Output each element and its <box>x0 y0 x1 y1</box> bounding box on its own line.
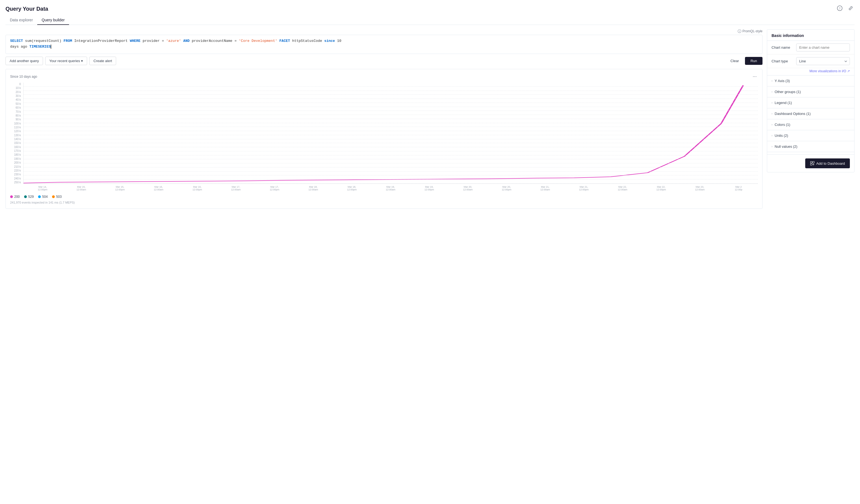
y-label: 80 k <box>10 114 23 117</box>
x-label: Mar 16,12:00pm <box>178 186 217 191</box>
x-label: Mar 18,12:00pm <box>332 186 371 191</box>
colors-header[interactable]: › Colors (1) <box>767 119 854 130</box>
basic-info-header: Basic information <box>767 30 854 41</box>
chevron-right-icon: › <box>772 145 772 148</box>
x-label: Mar 19,12:00am <box>371 186 410 191</box>
chart-container: Since 10 days ago ··· 250 k 240 k 230 k … <box>5 69 762 209</box>
null-values-header[interactable]: › Null values (2) <box>767 141 854 152</box>
chart-area: 250 k 240 k 230 k 220 k 210 k 200 k 190 … <box>10 83 758 192</box>
clear-button[interactable]: Clear <box>727 57 743 65</box>
add-another-query-button[interactable]: Add another query <box>5 57 43 65</box>
x-label: Mar 18,12:00am <box>294 186 332 191</box>
chart-footer: 241,970 events inspected in 141 ms (1.7 … <box>10 201 758 204</box>
x-axis: Mar 14,12:00pm Mar 15,12:00am Mar 15,12:… <box>23 184 758 192</box>
y-label: 230 k <box>10 173 23 176</box>
chart-since-label: Since 10 days ago <box>10 75 37 78</box>
add-to-dashboard-button[interactable]: Add to Dashboard <box>805 159 850 168</box>
svg-point-3 <box>739 30 740 31</box>
legend-label-529: 529 <box>28 195 34 199</box>
colors-label: Colors (1) <box>775 122 790 127</box>
y-label: 190 k <box>10 157 23 160</box>
run-button[interactable]: Run <box>745 57 762 65</box>
legend-section-label: Legend (1) <box>775 101 792 105</box>
chart-name-label: Chart name <box>772 45 793 49</box>
tab-query-builder[interactable]: Query builder <box>37 16 69 25</box>
units-label: Units (2) <box>775 134 788 138</box>
chart-type-select[interactable]: Line Area Bar Billboard Pie Scatter Stac… <box>796 57 850 65</box>
legend-label-200: 200 <box>14 195 20 199</box>
page-title: Query Your Data <box>5 6 48 12</box>
y-axis-header[interactable]: › Y Axis (3) <box>767 75 854 86</box>
y-label: 170 k <box>10 149 23 152</box>
more-vis-text: More visualizations in <box>809 69 842 73</box>
chevron-right-icon: › <box>772 90 772 93</box>
y-label: 90 k <box>10 118 23 121</box>
legend-item-504: 504 <box>38 195 48 199</box>
chart-plot <box>23 83 758 184</box>
other-groups-label: Other groups (1) <box>775 90 801 94</box>
promql-badge[interactable]: PromQL-style <box>737 29 762 33</box>
svg-rect-6 <box>811 164 812 165</box>
add-to-dashboard-label: Add to Dashboard <box>816 161 845 165</box>
y-label: 140 k <box>10 138 23 140</box>
other-groups-header[interactable]: › Other groups (1) <box>767 87 854 97</box>
y-label: 110 k <box>10 126 23 129</box>
x-label: Mar 212:00p <box>719 186 758 191</box>
legend-section: › Legend (1) <box>767 98 854 108</box>
link-icon[interactable] <box>847 4 855 13</box>
x-label: Mar 19,12:00pm <box>410 186 449 191</box>
y-axis-label: Y Axis (3) <box>775 79 790 83</box>
units-section: › Units (2) <box>767 130 854 141</box>
svg-rect-5 <box>813 161 814 163</box>
query-toolbar: Add another query Your recent queries ▾ … <box>5 57 762 65</box>
y-label: 10 k <box>10 87 23 89</box>
units-header[interactable]: › Units (2) <box>767 130 854 141</box>
y-label: 200 k <box>10 161 23 164</box>
legend-dot-504 <box>38 195 41 198</box>
legend-item-529: 529 <box>24 195 34 199</box>
chart-type-group: Chart type Line Area Bar Billboard Pie S… <box>767 55 854 68</box>
legend-dot-529 <box>24 195 27 198</box>
dashboard-options-section: › Dashboard Options (1) <box>767 108 854 119</box>
y-label: 210 k <box>10 165 23 168</box>
chevron-right-icon: › <box>772 101 772 104</box>
grid-lines <box>24 83 758 183</box>
x-label: Mar 21,12:00pm <box>564 186 603 191</box>
query-editor[interactable]: SELECT sum(requestCount) FROM Integratio… <box>5 35 762 54</box>
svg-text:?: ? <box>839 6 840 10</box>
x-label: Mar 20,12:00pm <box>487 186 526 191</box>
legend-item-503: 503 <box>52 195 62 199</box>
x-label: Mar 23,12:00am <box>680 186 719 191</box>
help-icon[interactable]: ? <box>836 4 844 13</box>
io-link-anchor[interactable]: I/O ↗ <box>842 69 850 73</box>
x-label: Mar 15,12:00pm <box>101 186 139 191</box>
y-label: 130 k <box>10 134 23 137</box>
dashboard-options-label: Dashboard Options (1) <box>775 112 811 116</box>
create-alert-button[interactable]: Create alert <box>89 57 116 65</box>
y-label: 120 k <box>10 130 23 133</box>
legend-dot-503 <box>52 195 55 198</box>
y-label: 220 k <box>10 169 23 172</box>
chevron-right-icon: › <box>772 112 772 115</box>
legend-label-503: 503 <box>56 195 62 199</box>
legend-header[interactable]: › Legend (1) <box>767 98 854 108</box>
colors-section: › Colors (1) <box>767 119 854 130</box>
x-label: Mar 16,12:00am <box>139 186 178 191</box>
recent-queries-button[interactable]: Your recent queries ▾ <box>45 57 87 65</box>
dashboard-options-header[interactable]: › Dashboard Options (1) <box>767 108 854 119</box>
chart-more-button[interactable]: ··· <box>751 74 758 79</box>
y-label: 50 k <box>10 102 23 105</box>
query-select-keyword: SELECT <box>10 39 23 43</box>
chevron-right-icon: › <box>772 123 772 126</box>
x-label: Mar 17,12:00am <box>217 186 255 191</box>
io-link[interactable]: More visualizations in I/O ↗ <box>767 68 854 75</box>
x-label: Mar 22,12:00pm <box>642 186 680 191</box>
tab-bar: Data explorer Query builder <box>5 16 855 25</box>
x-label: Mar 22,12:00am <box>603 186 642 191</box>
chart-legend: 200 529 504 503 <box>10 195 758 199</box>
chart-name-input[interactable] <box>796 44 850 51</box>
tab-data-explorer[interactable]: Data explorer <box>5 16 37 25</box>
y-label: 100 k <box>10 122 23 125</box>
chevron-down-icon: ▾ <box>81 59 83 63</box>
y-label: 240 k <box>10 177 23 180</box>
